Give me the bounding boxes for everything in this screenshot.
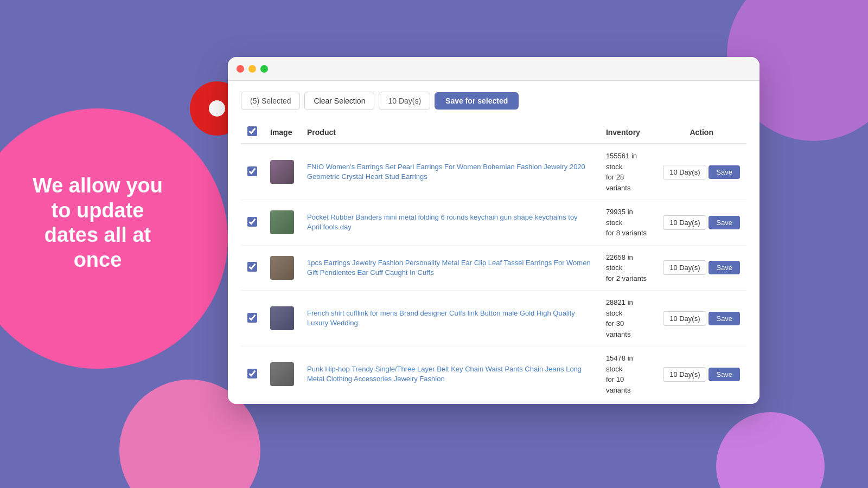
action-cell-1: Save [663,215,740,230]
promo-text: We allow you to update dates all at once [11,174,184,272]
product-link-3[interactable]: French shirt cufflink for mens Brand des… [307,309,593,328]
browser-titlebar [228,57,760,81]
selected-count-button[interactable]: (5) Selected [241,92,300,110]
product-link-0[interactable]: FNIO Women's Earrings Set Pearl Earrings… [307,162,593,182]
row-checkbox-1[interactable] [247,217,257,227]
inventory-header: Inventory [599,121,656,144]
row-checkbox-3[interactable] [247,313,257,323]
product-table: Image Product Inventory Action FNIO Wome… [241,121,746,402]
save-row-button-0[interactable]: Save [709,165,740,179]
browser-content: (5) Selected Clear Selection 10 Day(s) S… [228,81,760,404]
select-all-checkbox[interactable] [247,126,257,136]
days-input-4[interactable] [663,367,706,382]
product-header: Product [301,121,599,144]
action-cell-0: Save [663,165,740,179]
clear-selection-button[interactable]: Clear Selection [304,92,374,110]
table-row: Punk Hip-hop Trendy Single/Three Layer B… [241,346,746,402]
action-cell-4: Save [663,367,740,382]
action-cell-3: Save [663,311,740,326]
minimize-button-icon[interactable] [248,65,256,73]
product-image-1 [270,210,294,234]
product-link-1[interactable]: Pocket Rubber Banders mini metal folding… [307,213,593,232]
product-link-2[interactable]: 1pcs Earrings Jewelry Fashion Personalit… [307,258,593,278]
maximize-button-icon[interactable] [260,65,268,73]
inventory-2: 22658 in stockfor 2 variants [606,252,650,284]
bg-circle-purple-br [716,412,825,488]
days-input-0[interactable] [663,165,706,179]
product-link-4[interactable]: Punk Hip-hop Trendy Single/Three Layer B… [307,364,593,384]
save-row-button-4[interactable]: Save [709,368,740,381]
table-row: Pocket Rubber Banders mini metal folding… [241,200,746,246]
days-button[interactable]: 10 Day(s) [379,92,430,110]
browser-window: (5) Selected Clear Selection 10 Day(s) S… [228,57,760,404]
days-input-1[interactable] [663,215,706,230]
row-checkbox-4[interactable] [247,369,257,378]
row-checkbox-0[interactable] [247,166,257,176]
days-input-2[interactable] [663,260,706,275]
table-row: 1pcs Earrings Jewelry Fashion Personalit… [241,245,746,291]
inventory-3: 28821 in stockfor 30 variants [606,297,650,339]
image-header: Image [264,121,301,144]
product-image-0 [270,160,294,184]
product-image-3 [270,306,294,330]
row-checkbox-2[interactable] [247,262,257,272]
inventory-1: 79935 in stockfor 8 variants [606,207,650,239]
close-button-icon[interactable] [237,65,244,73]
table-row: FNIO Women's Earrings Set Pearl Earrings… [241,144,746,200]
product-image-2 [270,256,294,280]
save-row-button-1[interactable]: Save [709,216,740,229]
action-header: Action [656,121,746,144]
toolbar: (5) Selected Clear Selection 10 Day(s) S… [241,92,746,110]
save-row-button-2[interactable]: Save [709,261,740,274]
days-input-3[interactable] [663,311,706,326]
table-row: French shirt cufflink for mens Brand des… [241,291,746,346]
product-image-4 [270,362,294,386]
inventory-4: 15478 in stockfor 10 variants [606,353,650,395]
action-cell-2: Save [663,260,740,275]
save-for-selected-button[interactable]: Save for selected [435,92,519,110]
save-row-button-3[interactable]: Save [709,312,740,325]
inventory-0: 155561 in stockfor 28 variants [606,151,650,193]
